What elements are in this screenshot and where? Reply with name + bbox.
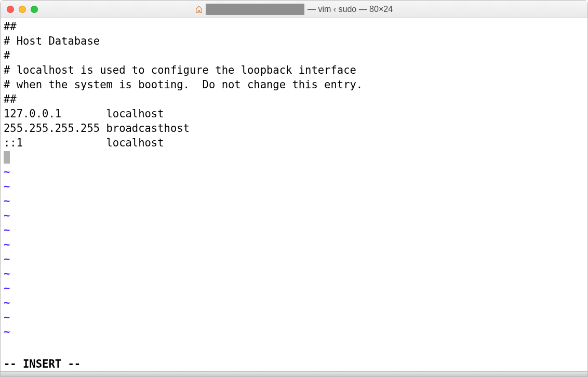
close-button[interactable] [7, 6, 14, 13]
vim-status-line: -- INSERT -- [1, 357, 587, 371]
title-text: — vim ‹ sudo — 80×24 [308, 5, 393, 14]
vim-empty-line: ~ [4, 266, 584, 281]
file-line: ## [4, 19, 584, 34]
vim-empty-line: ~ [4, 179, 584, 194]
vim-empty-line: ~ [4, 223, 584, 237]
vim-empty-line: ~ [4, 237, 584, 252]
file-line: # Host Database [4, 34, 584, 48]
cursor [4, 151, 10, 164]
vim-empty-line: ~ [4, 252, 584, 266]
file-line: ::1 localhost [4, 136, 584, 150]
home-icon [195, 6, 203, 13]
redacted-path [206, 4, 304, 15]
file-line: # [4, 48, 584, 63]
cursor-line [4, 150, 584, 165]
vim-empty-line: ~ [4, 295, 584, 310]
vim-empty-line: ~ [4, 281, 584, 295]
vim-empty-line: ~ [4, 208, 584, 223]
file-line: 255.255.255.255 broadcasthost [4, 121, 584, 136]
file-line: 127.0.0.1 localhost [4, 106, 584, 121]
vim-empty-line: ~ [4, 194, 584, 208]
terminal-content[interactable]: ### Host Database## localhost is used to… [1, 18, 587, 357]
vim-empty-line: ~ [4, 310, 584, 325]
svg-rect-0 [198, 10, 199, 12]
window-controls [7, 6, 38, 13]
file-line: # localhost is used to configure the loo… [4, 63, 584, 77]
zoom-button[interactable] [31, 6, 38, 13]
terminal-window: — vim ‹ sudo — 80×24 ### Host Database##… [0, 0, 588, 377]
window-bottom-edge [1, 371, 587, 376]
file-line: ## [4, 92, 584, 106]
window-title: — vim ‹ sudo — 80×24 [1, 4, 587, 15]
file-line: # when the system is booting. Do not cha… [4, 77, 584, 92]
vim-empty-line: ~ [4, 325, 584, 339]
vim-empty-line: ~ [4, 165, 584, 179]
titlebar: — vim ‹ sudo — 80×24 [1, 1, 587, 18]
minimize-button[interactable] [19, 6, 26, 13]
